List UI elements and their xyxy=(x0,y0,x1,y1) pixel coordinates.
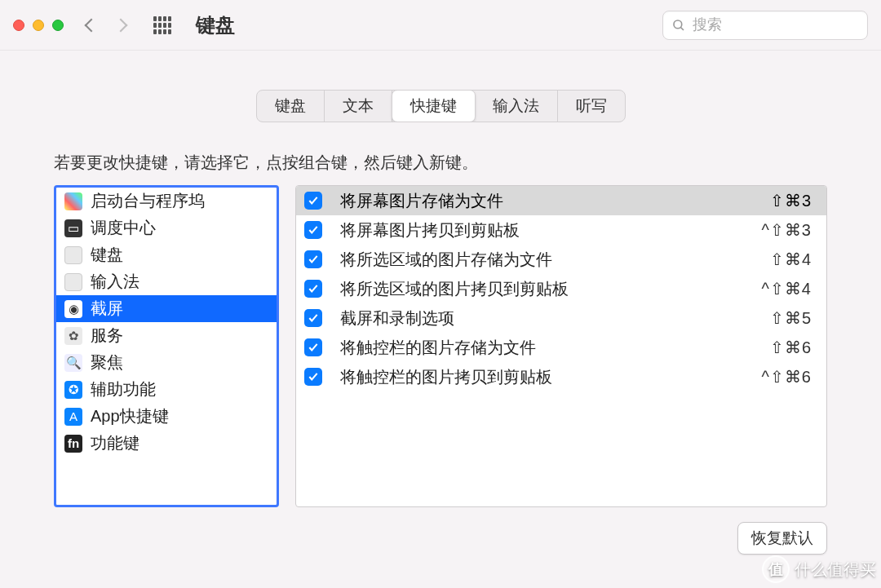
function-keys-icon: fn xyxy=(64,435,82,453)
shortcut-label: 将屏幕图片存储为文件 xyxy=(340,190,770,212)
sidebar-item-launchpad[interactable]: 启动台与程序坞 xyxy=(56,188,277,214)
shortcut-list[interactable]: 将屏幕图片存储为文件 ⇧⌘3 将屏幕图片拷贝到剪贴板 ^⇧⌘3 将所选区域的图片… xyxy=(295,185,827,507)
zoom-window-button[interactable] xyxy=(52,20,64,31)
shortcut-keys[interactable]: ^⇧⌘4 xyxy=(761,279,812,298)
shortcut-row[interactable]: 将触控栏的图片存储为文件 ⇧⌘6 xyxy=(296,333,826,362)
check-icon xyxy=(308,195,319,206)
sidebar-item-label: 启动台与程序坞 xyxy=(91,190,205,212)
restore-defaults-label: 恢复默认 xyxy=(751,529,813,546)
minimize-window-button[interactable] xyxy=(33,20,44,31)
shortcut-checkbox[interactable] xyxy=(304,221,322,239)
shortcut-label: 将所选区域的图片存储为文件 xyxy=(340,249,770,271)
shortcut-checkbox[interactable] xyxy=(304,250,322,268)
spotlight-icon: 🔍 xyxy=(64,354,82,372)
mission-control-icon: ▭ xyxy=(64,219,82,237)
panes: 启动台与程序坞 ▭ 调度中心 键盘 输入法 ◉ 截屏 ✿ 服务 xyxy=(0,185,881,507)
svg-point-0 xyxy=(674,20,682,29)
sidebar-item-label: 聚焦 xyxy=(91,351,123,374)
tab-input-sources[interactable]: 输入法 xyxy=(475,91,558,122)
tab-bar: 键盘 文本 快捷键 输入法 听写 xyxy=(0,90,881,122)
show-all-prefs-icon[interactable] xyxy=(153,16,171,34)
shortcut-keys[interactable]: ^⇧⌘6 xyxy=(761,367,812,387)
tab-keyboard[interactable]: 键盘 xyxy=(257,91,325,122)
svg-line-1 xyxy=(680,27,684,30)
shortcut-label: 将所选区域的图片拷贝到剪贴板 xyxy=(340,278,761,300)
shortcut-keys[interactable]: ⇧⌘4 xyxy=(770,250,812,269)
tab-shortcuts[interactable]: 快捷键 xyxy=(392,90,476,122)
shortcut-keys[interactable]: ⇧⌘3 xyxy=(770,191,812,210)
category-sidebar[interactable]: 启动台与程序坞 ▭ 调度中心 键盘 输入法 ◉ 截屏 ✿ 服务 xyxy=(54,185,279,507)
tab-label: 快捷键 xyxy=(410,97,457,114)
search-icon xyxy=(671,18,686,33)
shortcut-row[interactable]: 截屏和录制选项 ⇧⌘5 xyxy=(296,303,826,333)
nav-buttons xyxy=(86,20,126,30)
shortcut-checkbox[interactable] xyxy=(304,368,322,386)
keyboard-icon xyxy=(64,246,82,264)
tab-label: 听写 xyxy=(576,97,607,114)
shortcut-row[interactable]: 将所选区域的图片存储为文件 ⇧⌘4 xyxy=(296,245,826,274)
sidebar-item-label: 截屏 xyxy=(91,298,123,320)
titlebar: 键盘 xyxy=(0,0,881,51)
check-icon xyxy=(308,371,319,382)
shortcut-row[interactable]: 将触控栏的图片拷贝到剪贴板 ^⇧⌘6 xyxy=(296,362,826,391)
sidebar-item-label: 键盘 xyxy=(91,244,123,266)
sidebar-item-label: 功能键 xyxy=(91,432,139,454)
shortcut-checkbox[interactable] xyxy=(304,192,322,210)
sidebar-item-label: 输入法 xyxy=(91,271,139,293)
shortcut-keys[interactable]: ^⇧⌘3 xyxy=(761,220,812,240)
shortcut-keys[interactable]: ⇧⌘5 xyxy=(770,308,812,328)
sidebar-item-function-keys[interactable]: fn 功能键 xyxy=(56,430,277,457)
restore-defaults-button[interactable]: 恢复默认 xyxy=(737,522,827,555)
shortcut-label: 将触控栏的图片拷贝到剪贴板 xyxy=(340,366,761,388)
accessibility-icon: ✪ xyxy=(64,381,82,399)
check-icon xyxy=(308,254,319,265)
shortcut-row[interactable]: 将屏幕图片存储为文件 ⇧⌘3 xyxy=(296,186,826,215)
shortcut-checkbox[interactable] xyxy=(304,309,322,327)
tab-dictation[interactable]: 听写 xyxy=(558,91,625,122)
shortcut-label: 截屏和录制选项 xyxy=(340,307,770,329)
shortcut-checkbox[interactable] xyxy=(304,338,322,356)
input-sources-icon xyxy=(64,273,82,291)
sidebar-item-app-shortcuts[interactable]: A App快捷键 xyxy=(56,403,277,430)
services-icon: ✿ xyxy=(64,327,82,345)
sidebar-item-accessibility[interactable]: ✪ 辅助功能 xyxy=(56,376,277,403)
forward-button[interactable] xyxy=(114,18,128,32)
shortcut-keys[interactable]: ⇧⌘6 xyxy=(770,338,812,357)
shortcut-row[interactable]: 将屏幕图片拷贝到剪贴板 ^⇧⌘3 xyxy=(296,215,826,245)
sidebar-item-spotlight[interactable]: 🔍 聚焦 xyxy=(56,349,277,376)
sidebar-item-label: 服务 xyxy=(91,325,123,347)
search-input[interactable] xyxy=(693,16,859,33)
window-controls xyxy=(13,20,64,31)
segmented-control: 键盘 文本 快捷键 输入法 听写 xyxy=(256,90,626,122)
launchpad-icon xyxy=(64,192,82,210)
check-icon xyxy=(308,312,319,324)
check-icon xyxy=(308,342,319,353)
sidebar-item-input-sources[interactable]: 输入法 xyxy=(56,268,277,295)
window-title: 键盘 xyxy=(196,12,235,38)
shortcut-row[interactable]: 将所选区域的图片拷贝到剪贴板 ^⇧⌘4 xyxy=(296,274,826,303)
tab-label: 键盘 xyxy=(275,97,306,114)
sidebar-item-screenshots[interactable]: ◉ 截屏 xyxy=(56,295,277,322)
help-text: 若要更改快捷键，请选择它，点按组合键，然后键入新键。 xyxy=(0,152,881,185)
shortcut-label: 将屏幕图片拷贝到剪贴板 xyxy=(340,219,761,241)
watermark: 值 什么值得买 xyxy=(762,555,876,583)
check-icon xyxy=(308,283,319,294)
sidebar-item-keyboard[interactable]: 键盘 xyxy=(56,241,277,268)
check-icon xyxy=(308,224,319,236)
tab-label: 文本 xyxy=(343,97,374,114)
sidebar-item-label: 调度中心 xyxy=(91,217,156,239)
back-button[interactable] xyxy=(85,18,99,32)
tab-text[interactable]: 文本 xyxy=(325,91,392,122)
content: 键盘 文本 快捷键 输入法 听写 若要更改快捷键，请选择它，点按组合键，然后键入… xyxy=(0,51,881,555)
close-window-button[interactable] xyxy=(13,20,24,31)
watermark-text: 什么值得买 xyxy=(795,559,876,581)
footer: 恢复默认 xyxy=(0,507,881,555)
shortcut-checkbox[interactable] xyxy=(304,280,322,298)
watermark-badge: 值 xyxy=(762,555,790,583)
search-field[interactable] xyxy=(662,11,868,40)
screenshot-icon: ◉ xyxy=(64,300,82,318)
sidebar-item-mission-control[interactable]: ▭ 调度中心 xyxy=(56,214,277,241)
sidebar-item-label: 辅助功能 xyxy=(91,378,156,400)
sidebar-item-services[interactable]: ✿ 服务 xyxy=(56,322,277,349)
tab-label: 输入法 xyxy=(493,97,539,114)
